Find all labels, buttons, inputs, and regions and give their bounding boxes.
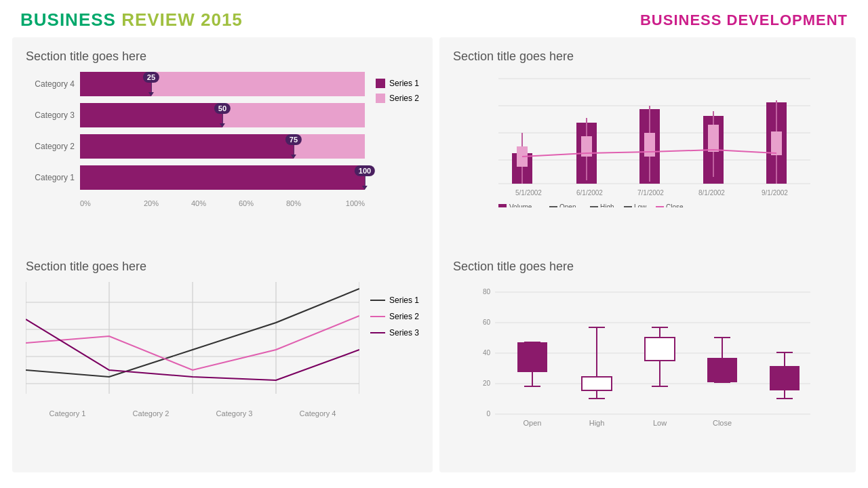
box-1 xyxy=(517,342,547,372)
svg-text:Volume: Volume xyxy=(509,203,532,207)
svg-text:8/1/2002: 8/1/2002 xyxy=(698,189,725,197)
svg-text:0: 0 xyxy=(486,410,490,418)
bar-row-cat1: Category 1 100 xyxy=(26,165,365,190)
bar-label-cat4: Category 4 xyxy=(26,79,80,89)
main-content: Section title goes here Category 4 25 xyxy=(0,37,868,479)
box-3 xyxy=(645,338,675,361)
line-section-title: Section title goes here xyxy=(26,260,419,274)
bar-legend-series1: Series 1 xyxy=(376,79,419,88)
candle-3 xyxy=(644,133,655,157)
header-year: 2015 xyxy=(201,9,243,30)
header-title-right: BUSINESS DEVELOPMENT xyxy=(640,12,848,29)
stock-chart-svg: 5/1/2002 6/1/2002 7/1/2002 8/1/2002 9/1/… xyxy=(453,72,842,207)
bar-legend-series2-label: Series 2 xyxy=(389,94,419,103)
svg-text:Low: Low xyxy=(653,419,667,427)
bar-legend: Series 1 Series 2 xyxy=(376,79,419,108)
boxplot-section-title: Section title goes here xyxy=(453,260,842,274)
bar-label-cat1: Category 1 xyxy=(26,173,80,182)
svg-text:7/1/2002: 7/1/2002 xyxy=(637,189,664,197)
bar-legend-series2: Series 2 xyxy=(376,94,419,103)
line-legend-series2-label: Series 2 xyxy=(389,312,419,321)
bar-section-title: Section title goes here xyxy=(26,49,419,64)
svg-text:6/1/2002: 6/1/2002 xyxy=(576,189,603,197)
bar-marker-cat3: 50 xyxy=(214,103,231,114)
bar-marker-cat4: 25 xyxy=(143,72,159,83)
bar-track-cat4: 25 xyxy=(80,72,365,96)
candle-4 xyxy=(708,125,719,152)
bar-chart-section: Section title goes here Category 4 25 xyxy=(26,49,419,250)
box-4 xyxy=(707,358,737,382)
line-legend-series3: Series 3 xyxy=(370,328,419,338)
bar-row-cat3: Category 3 50 xyxy=(26,103,365,127)
svg-text:80: 80 xyxy=(483,288,491,296)
box-5 xyxy=(770,366,800,390)
svg-rect-24 xyxy=(498,204,507,207)
stock-section-title: Section title goes here xyxy=(453,49,842,64)
right-panel: Section title goes here xyxy=(439,37,856,472)
bar-chart-area: Category 4 25 Categ xyxy=(26,72,365,207)
header-review: REVIEW xyxy=(121,9,195,30)
svg-text:High: High xyxy=(589,419,605,427)
boxplot-section: Section title goes here 80 60 40 20 0 xyxy=(453,260,842,460)
bar-track-cat2: 75 xyxy=(80,134,365,159)
bar-legend-series1-label: Series 1 xyxy=(389,79,419,88)
bar-label-cat3: Category 3 xyxy=(26,110,80,120)
header-title-left: BUSINESS REVIEW 2015 xyxy=(20,9,243,30)
boxplot-svg: 80 60 40 20 0 xyxy=(453,282,842,438)
svg-text:Close: Close xyxy=(713,419,732,427)
line-chart-wrap: Category 1 Category 2 Category 3 Categor… xyxy=(26,282,419,418)
svg-text:Low: Low xyxy=(634,203,647,207)
bar-track-cat1: 100 xyxy=(80,165,365,190)
bar-marker-cat1: 100 xyxy=(355,165,375,176)
line-legend-series1: Series 1 xyxy=(370,296,419,305)
box-2 xyxy=(582,377,612,390)
svg-text:40: 40 xyxy=(483,349,491,357)
svg-text:20: 20 xyxy=(483,380,491,387)
header-business: BUSINESS xyxy=(20,9,116,30)
bar-row-cat2: Category 2 75 xyxy=(26,134,365,159)
svg-text:Close: Close xyxy=(666,203,684,207)
svg-text:Open: Open xyxy=(524,419,542,427)
bar-row-cat4: Category 4 25 xyxy=(26,72,365,96)
page-header: BUSINESS REVIEW 2015 BUSINESS DEVELOPMEN… xyxy=(0,0,868,37)
svg-text:5/1/2002: 5/1/2002 xyxy=(515,189,542,197)
stock-chart-section: Section title goes here xyxy=(453,49,842,250)
bar-chart-container: Category 4 25 Categ xyxy=(26,72,419,207)
svg-text:9/1/2002: 9/1/2002 xyxy=(762,189,788,197)
line-chart-svg: Category 1 Category 2 Category 3 Categor… xyxy=(26,282,359,418)
bar-marker-cat2: 75 xyxy=(285,134,302,145)
candle-5 xyxy=(771,131,782,155)
line-chart-section: Section title goes here xyxy=(26,260,419,460)
svg-text:High: High xyxy=(600,203,614,207)
line-legend-series1-label: Series 1 xyxy=(389,296,419,305)
line-legend-series3-label: Series 3 xyxy=(389,328,419,338)
svg-text:Open: Open xyxy=(559,203,576,207)
line-legend: Series 1 Series 2 Series 3 xyxy=(370,296,419,344)
bar-label-cat2: Category 2 xyxy=(26,142,80,151)
bar-track-cat3: 50 xyxy=(80,103,365,127)
svg-text:60: 60 xyxy=(483,319,491,326)
left-panel: Section title goes here Category 4 25 xyxy=(12,37,433,472)
line-legend-series2: Series 2 xyxy=(370,312,419,321)
